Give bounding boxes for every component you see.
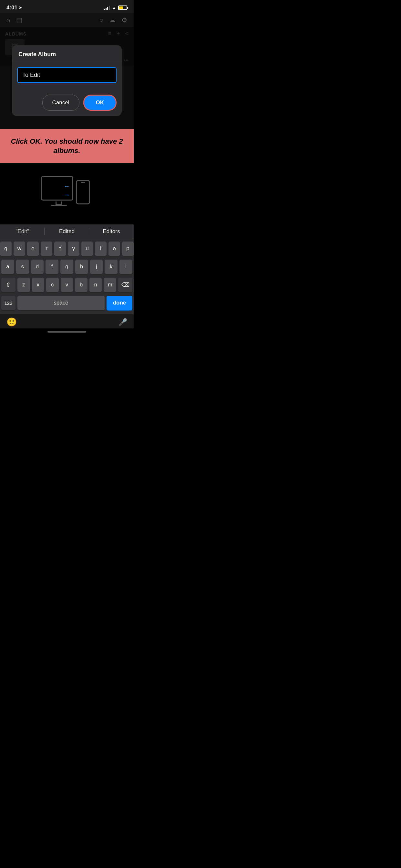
key-g[interactable]: g xyxy=(60,259,73,275)
wifi-icon: ▲ xyxy=(112,5,116,10)
arrow-left-icon: ← xyxy=(64,182,70,190)
key-b[interactable]: b xyxy=(75,278,88,292)
predictive-text-bar: "Edit" Edited Editors xyxy=(0,224,134,239)
key-h[interactable]: h xyxy=(75,259,88,275)
key-i[interactable]: i xyxy=(95,242,106,256)
keyboard-extras: 🙂 🎤 xyxy=(0,314,134,329)
status-bar: 4:01 ➤ ▲ xyxy=(0,0,134,13)
numbers-key[interactable]: 123 xyxy=(1,296,16,311)
key-a[interactable]: a xyxy=(1,259,14,275)
key-d[interactable]: d xyxy=(31,259,44,275)
key-c[interactable]: c xyxy=(46,278,59,292)
key-y[interactable]: y xyxy=(68,242,80,256)
cancel-button[interactable]: Cancel xyxy=(42,95,80,111)
sync-arrows: ← → xyxy=(64,182,70,198)
shift-key[interactable]: ⇧ xyxy=(1,278,16,292)
predictive-item-2[interactable]: Edited xyxy=(44,227,89,236)
modal-title: Create Album xyxy=(19,51,115,58)
status-time: 4:01 ➤ xyxy=(6,4,22,11)
key-o[interactable]: o xyxy=(109,242,120,256)
key-q[interactable]: q xyxy=(0,242,11,256)
create-album-modal: Create Album Cancel OK xyxy=(12,45,122,116)
key-f[interactable]: f xyxy=(45,259,58,275)
key-m[interactable]: m xyxy=(104,278,116,292)
instruction-text: Click OK. You should now have 2 albums. xyxy=(10,137,124,155)
modal-overlay: Create Album Cancel OK xyxy=(0,13,134,129)
key-t[interactable]: t xyxy=(54,242,66,256)
key-z[interactable]: z xyxy=(18,278,30,292)
keyboard-row-3: ⇧ z x c v b n m ⌫ xyxy=(1,278,132,292)
predictive-item-1[interactable]: "Edit" xyxy=(0,227,44,236)
modal-title-bar: Create Album xyxy=(12,45,122,62)
modal-buttons: Cancel OK xyxy=(12,95,122,116)
home-indicator xyxy=(0,329,134,337)
status-icons: ▲ xyxy=(104,5,127,10)
sync-illustration: ← → xyxy=(38,173,96,218)
key-v[interactable]: v xyxy=(61,278,73,292)
monitor-stand xyxy=(56,202,62,205)
arrow-right-icon: → xyxy=(64,191,70,198)
keyboard-row-1: q w e r t y u i o p xyxy=(1,242,132,256)
key-n[interactable]: n xyxy=(89,278,102,292)
monitor-base xyxy=(51,205,67,206)
key-p[interactable]: p xyxy=(122,242,134,256)
emoji-icon[interactable]: 🙂 xyxy=(6,317,17,327)
key-l[interactable]: l xyxy=(120,259,132,275)
modal-divider xyxy=(12,62,122,62)
ok-button[interactable]: OK xyxy=(83,95,117,111)
phone-icon xyxy=(76,180,90,205)
predictive-item-3[interactable]: Editors xyxy=(89,227,134,236)
phone-speaker xyxy=(81,182,85,183)
home-bar xyxy=(48,331,86,333)
key-j[interactable]: j xyxy=(90,259,103,275)
key-w[interactable]: w xyxy=(13,242,25,256)
signal-icon xyxy=(104,5,110,10)
battery-icon xyxy=(118,5,127,10)
keyboard-bottom-row: 123 space done xyxy=(1,296,132,311)
key-u[interactable]: u xyxy=(81,242,93,256)
modal-body xyxy=(12,67,122,95)
time-display: 4:01 xyxy=(6,4,18,11)
sync-illustration-area: ← → xyxy=(0,163,134,224)
key-k[interactable]: k xyxy=(104,259,118,275)
microphone-icon[interactable]: 🎤 xyxy=(119,318,127,327)
keyboard-row-2: a s d f g h j k l xyxy=(1,259,132,275)
instruction-banner: Click OK. You should now have 2 albums. xyxy=(0,129,134,163)
location-arrow-icon: ➤ xyxy=(19,5,22,10)
done-key[interactable]: done xyxy=(106,296,132,311)
key-x[interactable]: x xyxy=(32,278,44,292)
app-background: ⌂ ▤ ○ ☁ ⚙ ALBUMS ≡ + < 🖼 ••• Create Albu… xyxy=(0,13,134,129)
keyboard: q w e r t y u i o p a s d f g h j k l ⇧ … xyxy=(0,239,134,314)
key-s[interactable]: s xyxy=(16,259,29,275)
key-r[interactable]: r xyxy=(41,242,52,256)
key-e[interactable]: e xyxy=(27,242,39,256)
space-key[interactable]: space xyxy=(18,296,104,311)
delete-key[interactable]: ⌫ xyxy=(118,278,132,292)
album-name-input[interactable] xyxy=(17,67,117,83)
